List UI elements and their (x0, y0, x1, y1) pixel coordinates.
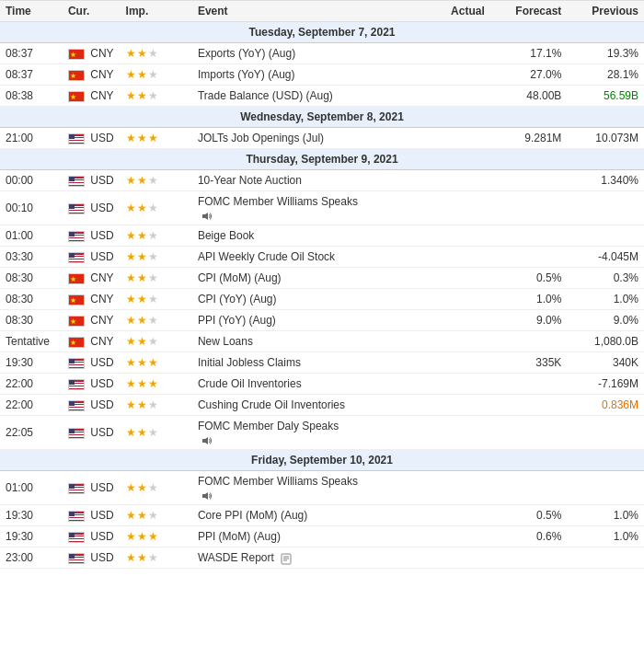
event-previous: 0.836M (567, 395, 644, 416)
event-time: 08:37 (0, 43, 63, 64)
star: ★ (148, 271, 158, 284)
header-actual: Actual (423, 1, 490, 22)
star: ★ (126, 293, 136, 305)
flag-us (68, 532, 85, 543)
event-previous: 340K (567, 352, 644, 374)
star: ★ (137, 398, 147, 411)
section-header-row: Wednesday, September 8, 2021 (0, 107, 644, 128)
table-row: 22:00 USD ★★★ Crude Oil Inventories -7.1… (0, 374, 644, 395)
event-previous (567, 416, 644, 450)
event-currency: CNY (63, 268, 121, 289)
event-currency: USD (63, 170, 121, 191)
event-actual (423, 191, 490, 225)
importance-stars: ★★★ (126, 132, 158, 144)
event-previous: 19.3% (567, 43, 644, 64)
importance-stars: ★★★ (126, 356, 158, 369)
event-importance: ★★★ (121, 247, 192, 268)
importance-stars: ★★★ (126, 530, 158, 543)
event-forecast: 9.281M (490, 128, 568, 149)
event-name: New Loans (192, 331, 423, 352)
event-forecast: 0.5% (490, 268, 568, 289)
importance-stars: ★★★ (126, 314, 158, 327)
event-currency: USD (63, 395, 121, 416)
event-name: 10-Year Note Auction (192, 170, 423, 191)
event-currency: USD (63, 128, 121, 149)
importance-stars: ★★★ (126, 481, 158, 494)
star: ★ (137, 250, 147, 263)
event-time: 22:00 (0, 374, 63, 395)
event-importance: ★★★ (121, 289, 192, 310)
star: ★ (137, 47, 147, 60)
flag-cn (68, 337, 85, 348)
event-currency: USD (63, 225, 121, 247)
star: ★ (137, 174, 147, 187)
event-forecast: 48.00B (490, 86, 568, 107)
event-actual (423, 86, 490, 107)
event-forecast (490, 548, 568, 569)
event-currency: CNY (63, 331, 121, 352)
table-row: Tentative CNY ★★★ New Loans 1,080.0B (0, 331, 644, 352)
event-time: 23:00 (0, 548, 63, 569)
event-name: Trade Balance (USD) (Aug) (192, 86, 423, 107)
section-label: Thursday, September 9, 2021 (0, 149, 644, 170)
star: ★ (137, 132, 147, 144)
flag-us (68, 511, 85, 522)
flag-us (68, 400, 85, 411)
event-name: Beige Book (192, 225, 423, 247)
star: ★ (126, 398, 136, 411)
star: ★ (137, 356, 147, 369)
event-time: 00:00 (0, 170, 63, 191)
star: ★ (148, 89, 158, 102)
importance-stars: ★★★ (126, 229, 158, 242)
event-name: API Weekly Crude Oil Stock (192, 247, 423, 268)
flag-us (68, 428, 85, 439)
event-name: WASDE Report (192, 548, 423, 569)
event-actual (423, 43, 490, 64)
event-currency: USD (63, 526, 121, 548)
event-actual (423, 395, 490, 416)
section-header-row: Tuesday, September 7, 2021 (0, 22, 644, 43)
event-actual (423, 505, 490, 526)
event-forecast: 27.0% (490, 64, 568, 86)
importance-stars: ★★★ (126, 68, 158, 81)
star: ★ (148, 174, 158, 187)
event-currency: USD (63, 548, 121, 569)
flag-us (68, 252, 85, 263)
event-previous: 9.0% (567, 310, 644, 331)
event-name: JOLTs Job Openings (Jul) (192, 128, 423, 149)
event-name: CPI (YoY) (Aug) (192, 289, 423, 310)
event-previous: 0.3% (567, 268, 644, 289)
star: ★ (148, 509, 158, 522)
svg-marker-0 (202, 213, 208, 220)
event-forecast: 0.5% (490, 505, 568, 526)
event-actual (423, 170, 490, 191)
header-importance: Imp. (121, 1, 192, 22)
event-forecast: 17.1% (490, 43, 568, 64)
event-time: 00:10 (0, 191, 63, 225)
flag-cn (68, 273, 85, 284)
table-row: 21:00 USD ★★★ JOLTs Job Openings (Jul) 9… (0, 128, 644, 149)
star: ★ (137, 335, 147, 348)
table-row: 00:10 USD ★★★ FOMC Member Williams Speak… (0, 191, 644, 225)
event-currency: CNY (63, 64, 121, 86)
event-time: 01:00 (0, 225, 63, 247)
svg-marker-1 (202, 437, 208, 444)
flag-us (68, 231, 85, 242)
importance-stars: ★★★ (126, 250, 158, 263)
event-actual (423, 352, 490, 374)
star: ★ (126, 481, 136, 494)
star: ★ (126, 335, 136, 348)
event-time: 08:30 (0, 289, 63, 310)
event-previous: 1.0% (567, 289, 644, 310)
table-row: 01:00 USD ★★★ FOMC Member Williams Speak… (0, 471, 644, 505)
event-importance: ★★★ (121, 416, 192, 450)
event-actual (423, 526, 490, 548)
event-forecast: 9.0% (490, 310, 568, 331)
event-previous: 1.0% (567, 526, 644, 548)
flag-cn (68, 91, 85, 102)
event-previous (567, 225, 644, 247)
flag-us (68, 553, 85, 564)
flag-cn (68, 294, 85, 305)
star: ★ (137, 481, 147, 494)
star: ★ (126, 250, 136, 263)
